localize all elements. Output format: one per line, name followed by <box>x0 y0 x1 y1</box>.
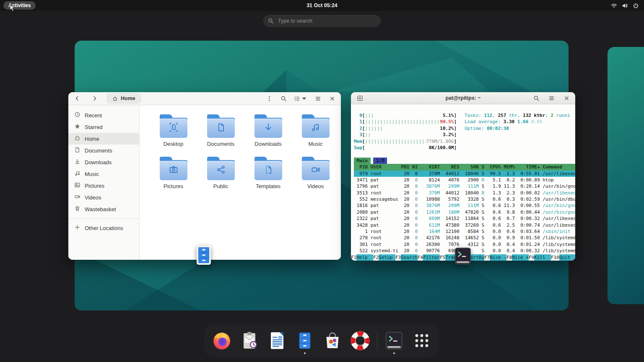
hamburger-menu-icon[interactable] <box>546 93 557 103</box>
fkey-f8[interactable]: F8 <box>506 254 512 261</box>
sidebar-item-starred[interactable]: Starred <box>68 121 139 133</box>
files-window[interactable]: Home RecentStarredHomeDocumentsDownloads… <box>68 92 341 260</box>
dock-item-evolution[interactable] <box>239 327 260 354</box>
kebab-menu-icon[interactable] <box>264 93 275 103</box>
htop-col-user[interactable]: USER <box>368 164 398 170</box>
forward-button[interactable] <box>89 93 100 103</box>
fkey-label-nice-[interactable]: Nice + <box>512 254 529 261</box>
htop-cell-pid: 552 <box>354 196 368 202</box>
htop-process-row: 3471pat200812440762900R5.10.20:00.89htop <box>354 177 575 183</box>
htop-col-time-[interactable]: TIME+ <box>515 164 540 170</box>
htop-cell-mem: 9.8 <box>501 209 515 215</box>
info-segment: , <box>492 113 498 118</box>
fkey-label-kill[interactable]: Kill <box>534 254 551 261</box>
folder-downloads[interactable]: Downloads <box>244 114 292 157</box>
folder-name: Documents <box>197 141 244 147</box>
files-content: DesktopDocumentsDownloadsMusicPicturesPu… <box>140 105 341 260</box>
files-sidebar: RecentStarredHomeDocumentsDownloadsMusic… <box>68 105 140 260</box>
fkey-f7[interactable]: F7 <box>484 254 490 261</box>
system-status-area[interactable] <box>611 0 639 11</box>
dock-item-help[interactable] <box>349 327 371 354</box>
top-bar: Activities 31 Oct 05:24 <box>0 0 644 11</box>
music-icon <box>74 170 80 178</box>
htop-cell-user: root <box>368 241 398 248</box>
info-segment: Load average: <box>465 119 504 124</box>
htop-col-res[interactable]: RES <box>440 164 459 170</box>
folder-templates[interactable]: Templates <box>244 157 292 199</box>
dock-item-app-grid[interactable] <box>411 327 433 354</box>
sidebar-item-downloads[interactable]: Downloads <box>68 156 139 168</box>
view-toggle-button[interactable] <box>292 93 309 103</box>
fkey-f2[interactable]: F2 <box>373 254 379 261</box>
fkey-label-search[interactable]: Search <box>401 254 418 261</box>
folder-documents[interactable]: Documents <box>197 114 244 157</box>
fkey-label-setup[interactable]: Setup <box>379 254 395 261</box>
clock[interactable]: 31 Oct 05:24 <box>0 0 644 11</box>
sidebar-item-wastebasket[interactable]: Wastebasket <box>68 203 139 215</box>
sidebar-item-music[interactable]: Music <box>68 168 139 180</box>
htop-cell-time: 0:01.50 <box>515 235 540 241</box>
htop-col-mem-[interactable]: MEM% <box>501 164 515 170</box>
htop-col-pid[interactable]: PID <box>354 164 368 170</box>
search-input[interactable] <box>277 18 376 24</box>
dock-item-libreoffice-writer[interactable] <box>266 327 288 354</box>
fkey-label-filter[interactable]: Filter <box>423 254 440 261</box>
fkey-label-quit[interactable]: Quit <box>559 254 575 261</box>
htop-tab-i-o[interactable]: I/O <box>373 158 387 164</box>
dock-item-terminal[interactable] <box>383 327 405 354</box>
folder-public[interactable]: Public <box>197 157 244 199</box>
htop-cell-s: S <box>479 171 484 177</box>
search-icon <box>268 18 274 24</box>
sidebar-item-home[interactable]: Home <box>68 133 139 145</box>
folder-desktop[interactable]: Desktop <box>150 114 197 157</box>
htop-cell-pri: 20 <box>398 190 409 196</box>
sidebar-item-pictures[interactable]: Pictures <box>68 180 139 191</box>
folder-pictures[interactable]: Pictures <box>150 157 197 199</box>
htop-col-pri[interactable]: PRI <box>398 164 409 170</box>
htop-cell-time: 0:00.55 <box>515 202 540 209</box>
folder-music[interactable]: Music <box>292 114 339 157</box>
sidebar-item-videos[interactable]: Videos <box>68 191 139 203</box>
htop-col-shr[interactable]: SHR <box>460 164 479 170</box>
htop-col-cpu-[interactable]: CPU% <box>484 164 501 170</box>
fkey-label-nice-[interactable]: Nice - <box>490 254 506 261</box>
sidebar-item-other-locations[interactable]: Other Locations <box>68 222 139 234</box>
search-icon[interactable] <box>531 93 542 103</box>
close-icon[interactable] <box>327 93 338 103</box>
folder-videos[interactable]: Videos <box>292 157 339 199</box>
sidebar-item-label: Downloads <box>85 159 112 165</box>
dock-item-files[interactable] <box>294 327 316 354</box>
back-button[interactable] <box>72 93 83 103</box>
htop-col-virt[interactable]: VIRT <box>418 164 440 170</box>
htop-cell-pri: 20 <box>398 228 409 235</box>
htop-meter-swp: Swp[0K/100.0M] <box>354 145 457 151</box>
fkey-f9[interactable]: F9 <box>529 254 534 261</box>
sidebar-item-documents[interactable]: Documents <box>68 145 139 156</box>
fkey-f10[interactable]: F10 <box>551 254 559 261</box>
htop-col-command[interactable]: Command <box>540 164 575 170</box>
htop-cell-pri: 20 <box>398 248 409 254</box>
htop-cell-mem: 0.9 <box>501 235 515 241</box>
new-tab-icon[interactable] <box>354 93 365 103</box>
dock-item-software[interactable] <box>322 327 343 354</box>
plus-icon <box>74 224 80 232</box>
close-icon[interactable] <box>561 93 572 103</box>
htop-tab-main[interactable]: Main <box>354 158 371 164</box>
htop-col-s[interactable]: S <box>479 164 484 170</box>
workspace-preview-next[interactable] <box>608 47 644 304</box>
fkey-label-help[interactable]: Help <box>356 254 373 261</box>
overview-search[interactable] <box>263 15 381 27</box>
fkey-f3[interactable]: F3 <box>395 254 401 261</box>
path-bar[interactable]: Home <box>107 93 141 103</box>
fkey-f4[interactable]: F4 <box>418 254 423 261</box>
terminal-window[interactable]: pat@rpitips: ~ 0[|||5.1%]1[|||||||||||||… <box>351 92 575 261</box>
htop-col-ni[interactable]: NI <box>409 164 418 170</box>
sidebar-item-recent[interactable]: Recent <box>68 109 139 121</box>
htop-cell-user: pat <box>368 183 398 189</box>
htop-cell-shr: 111M <box>460 183 479 189</box>
hamburger-menu-icon[interactable] <box>312 93 323 103</box>
search-icon[interactable] <box>278 93 289 103</box>
dock-item-firefox[interactable] <box>211 327 233 354</box>
fkey-f5[interactable]: F5 <box>440 254 445 261</box>
htop-process-row: 3513root200370M4401218040R1.32.30:00.02/… <box>354 190 575 196</box>
